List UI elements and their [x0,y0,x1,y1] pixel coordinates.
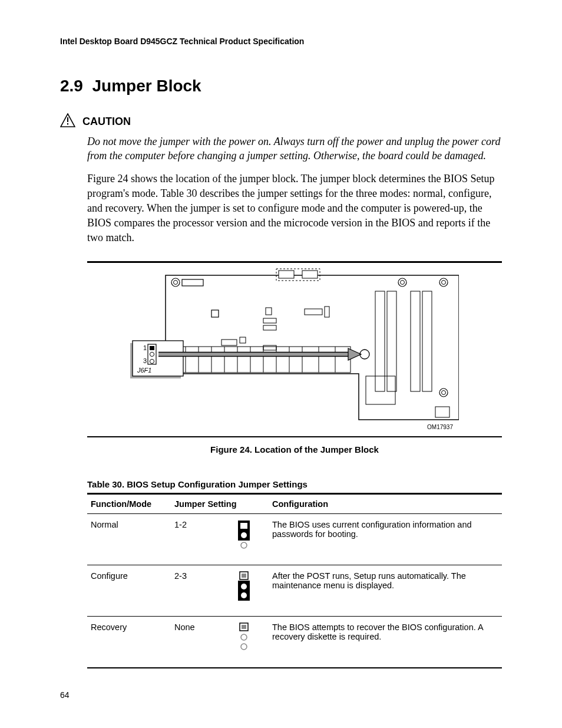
svg-rect-1 [67,117,68,122]
jumper-settings-table: Function/Mode Jumper Setting Configurati… [87,493,502,668]
cell-config: The BIOS attempts to recover the BIOS co… [269,616,502,668]
section-number: 2.9 [60,77,83,95]
cell-setting: None [171,616,219,668]
jumper-icon-23 [219,565,269,616]
svg-point-66 [241,592,247,598]
caution-label: CAUTION [82,116,131,128]
cell-config: After the POST runs, Setup runs automati… [269,565,502,616]
svg-point-65 [241,584,247,589]
th-config: Configuration [269,493,502,513]
caution-text: Do not move the jumper with the power on… [87,134,502,163]
page-number: 64 [60,690,70,700]
cell-function: Normal [87,513,171,565]
svg-rect-15 [302,271,318,278]
svg-text:3: 3 [143,357,147,364]
svg-point-69 [241,634,247,640]
section-heading: 2.9 Jumper Block [60,77,502,95]
svg-rect-59 [240,523,247,529]
svg-point-61 [241,542,247,548]
cell-setting: 1-2 [171,513,219,565]
table-row: Configure 2-3 After the POST runs, Setup… [87,565,502,616]
jumper-icon-none [219,616,269,668]
figure-24: 1 3 J6F1 OM17937 [87,261,502,437]
body-paragraph: Figure 24 shows the location of the jump… [87,172,502,246]
svg-point-70 [241,644,247,650]
svg-text:OM17937: OM17937 [427,424,453,430]
figure-caption: Figure 24. Location of the Jumper Block [87,444,502,454]
th-setting: Jumper Setting [171,493,269,513]
section-title-text: Jumper Block [92,77,201,95]
caution-icon [60,113,75,130]
cell-config: The BIOS uses current configuration info… [269,513,502,565]
svg-rect-48 [150,346,154,350]
cell-function: Recovery [87,616,171,668]
svg-point-60 [241,532,247,538]
svg-rect-63 [242,574,246,578]
board-diagram: 1 3 J6F1 OM17937 [130,268,459,431]
svg-text:1: 1 [143,344,147,351]
cell-setting: 2-3 [171,565,219,616]
running-header: Intel Desktop Board D945GCZ Technical Pr… [60,37,502,46]
table-row: Recovery None The BIOS attempts to recov… [87,616,502,668]
svg-rect-2 [67,123,68,125]
table-caption: Table 30. BIOS Setup Configuration Jumpe… [87,479,502,489]
svg-rect-14 [279,271,294,278]
jumper-icon-12 [219,513,269,565]
svg-text:J6F1: J6F1 [137,367,151,374]
svg-rect-68 [242,625,246,629]
table-row: Normal 1-2 The BIOS uses current configu… [87,513,502,565]
cell-function: Configure [87,565,171,616]
th-function: Function/Mode [87,493,171,513]
